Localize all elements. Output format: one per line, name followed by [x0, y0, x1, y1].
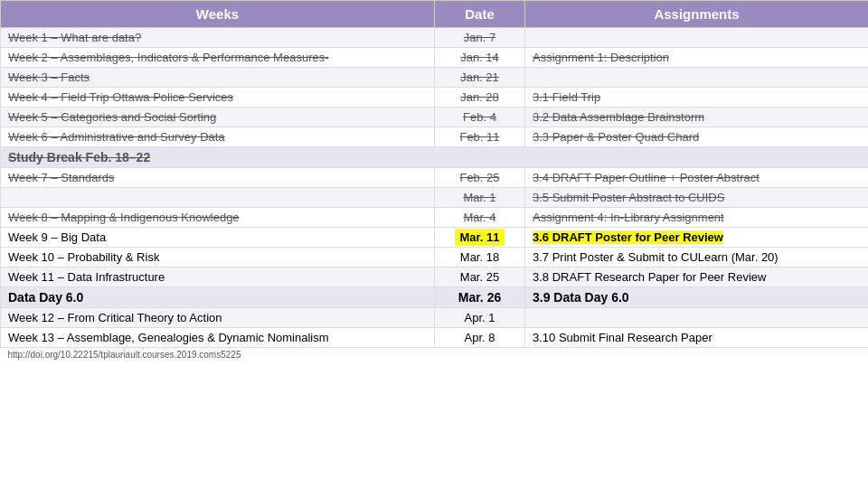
table-row: Week 4 – Field Trip Ottawa Police Servic… [1, 88, 869, 108]
date-header: Date [435, 1, 525, 28]
table-row: Study Break Feb. 18–22 [1, 147, 869, 168]
assignments-header: Assignments [525, 1, 869, 28]
url-row: http://doi.org/10.22215/tplauriault.cour… [1, 348, 869, 362]
study-break-cell: Study Break Feb. 18–22 [1, 147, 869, 168]
date-cell: Mar. 4 [435, 208, 525, 228]
assign-cell: 3.8 DRAFT Research Paper for Peer Review [525, 267, 869, 287]
table-row: Week 8 – Mapping & Indigenous KnowledgeM… [1, 208, 869, 228]
week-cell: Week 2 – Assemblages, Indicators & Perfo… [1, 48, 435, 68]
date-cell: Jan. 21 [435, 68, 525, 88]
table-row: Week 6 – Administrative and Survey DataF… [1, 127, 869, 147]
date-cell: Mar. 25 [435, 267, 525, 287]
table-row: Week 5 – Categories and Social SortingFe… [1, 108, 869, 127]
week-cell: Week 13 – Assemblage, Genealogies & Dyna… [1, 328, 435, 348]
assign-cell [525, 28, 869, 48]
week-cell: Week 12 – From Critical Theory to Action [1, 308, 435, 328]
table-row: Week 11 – Data InfrastructureMar. 253.8 … [1, 267, 869, 287]
table-row: Week 12 – From Critical Theory to Action… [1, 308, 869, 328]
date-cell: Jan. 7 [435, 28, 525, 48]
table-row: Week 1 – What are data?Jan. 7 [1, 28, 869, 48]
date-cell: Apr. 1 [435, 308, 525, 328]
url-cell: http://doi.org/10.22215/tplauriault.cour… [1, 348, 869, 362]
assign-cell: 3.7 Print Poster & Submit to CULearn (Ma… [525, 248, 869, 267]
assign-cell: 3.10 Submit Final Research Paper [525, 328, 869, 348]
assign-cell: 3.5 Submit Poster Abstract to CUIDS [525, 188, 869, 208]
assign-cell: 3.1 Field Trip [525, 88, 869, 108]
week-cell: Week 4 – Field Trip Ottawa Police Servic… [1, 88, 435, 108]
week-cell: Week 1 – What are data? [1, 28, 435, 48]
assign-cell: Assignment 4: In-Library Assignment [525, 208, 869, 228]
assign-cell [525, 68, 869, 88]
table-row: Mar. 13.5 Submit Poster Abstract to CUID… [1, 188, 869, 208]
data-day-date-cell: Mar. 26 [435, 287, 525, 308]
table-row: Week 10 – Probability & RiskMar. 183.7 P… [1, 248, 869, 267]
assign-cell: 3.4 DRAFT Paper Outline + Poster Abstrac… [525, 168, 869, 188]
week-cell: Week 5 – Categories and Social Sorting [1, 108, 435, 127]
week-cell: Week 6 – Administrative and Survey Data [1, 127, 435, 147]
week-cell: Week 10 – Probability & Risk [1, 248, 435, 267]
table-row: Week 2 – Assemblages, Indicators & Perfo… [1, 48, 869, 68]
assign-cell: 3.2 Data Assemblage Brainstorm [525, 108, 869, 127]
date-cell: Feb. 11 [435, 127, 525, 147]
date-cell: Apr. 8 [435, 328, 525, 348]
date-cell: Mar. 11 [435, 228, 525, 248]
date-cell: Jan. 28 [435, 88, 525, 108]
data-day-week-cell: Data Day 6.0 [1, 287, 435, 308]
table-row: Week 13 – Assemblage, Genealogies & Dyna… [1, 328, 869, 348]
table-row: Data Day 6.0Mar. 263.9 Data Day 6.0 [1, 287, 869, 308]
date-cell: Mar. 1 [435, 188, 525, 208]
assign-cell: 3.3 Paper & Poster Quad Chard [525, 127, 869, 147]
assign-cell: Assignment 1: Description [525, 48, 869, 68]
assign-cell: 3.6 DRAFT Poster for Peer Review [525, 228, 869, 248]
week-cell: Week 7 – Standards [1, 168, 435, 188]
date-cell: Feb. 4 [435, 108, 525, 127]
table-row: Week 9 – Big DataMar. 113.6 DRAFT Poster… [1, 228, 869, 248]
week-cell: Week 11 – Data Infrastructure [1, 267, 435, 287]
date-cell: Mar. 18 [435, 248, 525, 267]
week-cell [1, 188, 435, 208]
week-cell: Week 8 – Mapping & Indigenous Knowledge [1, 208, 435, 228]
table-row: Week 7 – StandardsFeb. 253.4 DRAFT Paper… [1, 168, 869, 188]
week-cell: Week 3 – Facts [1, 68, 435, 88]
table-row: Week 3 – FactsJan. 21 [1, 68, 869, 88]
assign-cell [525, 308, 869, 328]
date-cell: Jan. 14 [435, 48, 525, 68]
week-cell: Week 9 – Big Data [1, 228, 435, 248]
data-day-assign-cell: 3.9 Data Day 6.0 [525, 287, 869, 308]
date-cell: Feb. 25 [435, 168, 525, 188]
weeks-header: Weeks [1, 1, 435, 28]
